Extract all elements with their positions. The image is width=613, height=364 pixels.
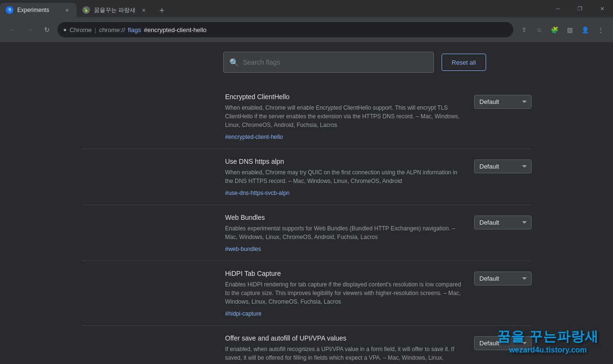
url-separator: |	[95, 26, 96, 34]
flag-description-autofill-upi-vpa: If enabled, when autofill recognizes a U…	[225, 345, 465, 364]
flag-title-highlighted: Encrypted ClientHello	[225, 93, 290, 101]
profile-icon: 👤	[581, 26, 589, 34]
extensions-icon: 🧩	[551, 26, 558, 34]
flag-text-hidpi-capture: HiDPI Tab Capture Enables HiDPI renderin…	[225, 270, 465, 318]
flag-item-hidpi-capture: HiDPI Tab Capture Enables HiDPI renderin…	[81, 261, 532, 326]
tab-close-korean[interactable]: ✕	[140, 6, 148, 14]
flag-select-encrypted-client-hello[interactable]: Default Enabled Disabled	[474, 95, 532, 109]
profile-button[interactable]: 👤	[579, 23, 592, 36]
flag-description-use-dns-https-alpn: When enabled, Chrome may try QUIC on the…	[225, 168, 465, 185]
sidebar-icon: ▨	[567, 26, 573, 34]
flag-control-encrypted-client-hello: Default Enabled Disabled	[474, 95, 532, 109]
address-bar: ← → ↻ ● Chrome | chrome://flags#encrypte…	[0, 17, 613, 42]
flag-link-web-bundles[interactable]: #web-bundles	[225, 246, 261, 252]
main-content: 🔍 Reset all Encrypted ClientHello When e…	[0, 42, 613, 364]
share-icon: ⇧	[522, 26, 527, 34]
tab-label-korean: 꿈을꾸는 파랑새	[94, 6, 136, 14]
tab-label-experiments: Experiments	[17, 7, 59, 13]
menu-button[interactable]: ⋮	[594, 23, 607, 36]
sidebar-button[interactable]: ▨	[563, 23, 577, 36]
flag-control-use-dns-https-alpn: Default Enabled Disabled	[474, 159, 532, 173]
flag-item-autofill-upi-vpa: Offer save and autofill of UPI/VPA value…	[81, 326, 532, 364]
flag-title-hidpi-capture: HiDPI Tab Capture	[225, 270, 465, 277]
flag-select-autofill-upi-vpa[interactable]: Default Enabled Disabled	[474, 336, 532, 350]
window-controls: ─ ❐ ✕	[547, 0, 613, 17]
flag-control-web-bundles: Default Enabled Disabled	[474, 216, 532, 229]
flag-link-use-dns-https-alpn[interactable]: #use-dns-https-svcb-alpn	[225, 190, 290, 196]
close-icon: ✕	[600, 6, 604, 12]
tab-icon-korean: 🦜	[82, 6, 90, 14]
flag-description-web-bundles: Enables experimental supports for Web Bu…	[225, 224, 465, 241]
menu-icon: ⋮	[598, 26, 604, 34]
tab-icon-experiments: ⚗	[6, 6, 13, 14]
star-icon: ☆	[536, 26, 542, 34]
flag-item-encrypted-client-hello: Encrypted ClientHello When enabled, Chro…	[81, 84, 532, 149]
tab-close-experiments[interactable]: ✕	[63, 6, 71, 14]
flag-select-web-bundles[interactable]: Default Enabled Disabled	[474, 216, 532, 229]
flag-item-web-bundles: Web Bundles Enables experimental support…	[81, 205, 532, 261]
maximize-icon: ❐	[578, 6, 582, 12]
flag-title-use-dns-https-alpn: Use DNS https alpn	[225, 158, 465, 165]
flag-title-web-bundles: Web Bundles	[225, 214, 465, 221]
search-input-wrapper: 🔍	[223, 52, 434, 73]
back-button[interactable]: ←	[6, 23, 19, 36]
flag-link-hidpi-capture[interactable]: #hidpi-capture	[225, 310, 261, 317]
flag-description-encrypted-client-hello: When enabled, Chrome will enable Encrypt…	[225, 103, 465, 129]
flag-select-hidpi-capture[interactable]: Default Enabled Disabled	[474, 272, 532, 285]
flag-text-encrypted-client-hello: Encrypted ClientHello When enabled, Chro…	[225, 93, 465, 141]
flag-control-hidpi-capture: Default Enabled Disabled	[474, 272, 532, 285]
minimize-icon: ─	[556, 6, 560, 11]
url-hash: #encrypted-client-hello	[144, 26, 207, 34]
chrome-label: Chrome	[69, 26, 91, 34]
url-flags: flags	[128, 26, 141, 34]
bookmark-button[interactable]: ☆	[533, 23, 546, 36]
search-input[interactable]	[243, 58, 428, 66]
search-icon: 🔍	[229, 58, 239, 67]
minimize-button[interactable]: ─	[547, 0, 569, 17]
close-button[interactable]: ✕	[591, 0, 613, 17]
forward-icon: →	[26, 26, 33, 34]
flags-list: Encrypted ClientHello When enabled, Chro…	[81, 84, 532, 364]
search-bar-row: 🔍 Reset all	[81, 52, 532, 73]
flag-text-web-bundles: Web Bundles Enables experimental support…	[225, 214, 465, 253]
back-icon: ←	[9, 26, 16, 34]
forward-button[interactable]: →	[23, 23, 36, 36]
lock-icon: ●	[63, 26, 67, 33]
url-protocol: chrome://	[99, 26, 125, 34]
flag-text-autofill-upi-vpa: Offer save and autofill of UPI/VPA value…	[225, 334, 465, 364]
url-bar[interactable]: ● Chrome | chrome://flags#encrypted-clie…	[57, 22, 513, 37]
flag-select-use-dns-https-alpn[interactable]: Default Enabled Disabled	[474, 159, 532, 173]
flag-text-use-dns-https-alpn: Use DNS https alpn When enabled, Chrome …	[225, 158, 465, 197]
extensions-button[interactable]: 🧩	[548, 23, 561, 36]
flag-description-hidpi-capture: Enables HiDPI rendering for tab capture …	[225, 280, 465, 306]
flag-link-encrypted-client-hello[interactable]: #encrypted-client-hello	[225, 134, 283, 140]
flag-control-autofill-upi-vpa: Default Enabled Disabled	[474, 336, 532, 350]
flag-title-autofill-upi-vpa: Offer save and autofill of UPI/VPA value…	[225, 334, 465, 342]
tab-bar: ⚗ Experiments ✕ 🦜 꿈을꾸는 파랑새 ✕ +	[0, 0, 547, 17]
share-button[interactable]: ⇧	[517, 23, 531, 36]
tab-korean[interactable]: 🦜 꿈을꾸는 파랑새 ✕	[77, 3, 153, 17]
reset-all-button[interactable]: Reset all	[442, 54, 486, 71]
new-tab-button[interactable]: +	[155, 4, 169, 17]
address-actions: ⇧ ☆ 🧩 ▨ 👤 ⋮	[517, 23, 607, 36]
titlebar: ⚗ Experiments ✕ 🦜 꿈을꾸는 파랑새 ✕ + ─ ❐ ✕	[0, 0, 613, 17]
maximize-button[interactable]: ❐	[569, 0, 591, 17]
reload-icon: ↻	[44, 26, 50, 34]
content-inner: 🔍 Reset all Encrypted ClientHello When e…	[67, 42, 546, 364]
reload-button[interactable]: ↻	[40, 23, 54, 36]
flag-title-encrypted-client-hello: Encrypted ClientHello	[225, 93, 465, 101]
flag-item-use-dns-https-alpn: Use DNS https alpn When enabled, Chrome …	[81, 149, 532, 205]
tab-experiments[interactable]: ⚗ Experiments ✕	[0, 3, 77, 17]
